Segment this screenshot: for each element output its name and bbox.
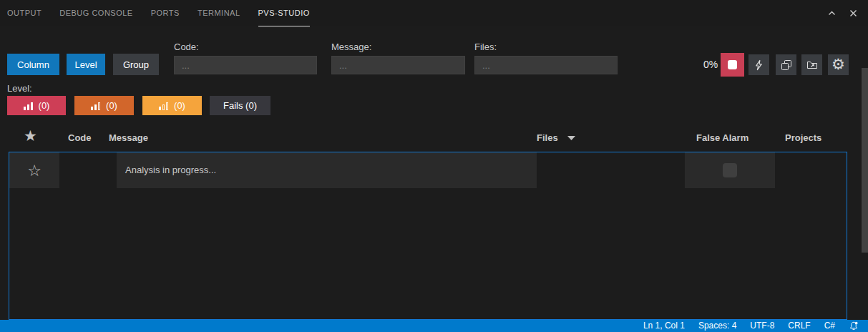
false-alarm-cell [685,152,775,188]
false-alarm-checkbox[interactable] [723,163,737,177]
bell-dot-icon [849,321,859,331]
code-filter: Code: [174,42,317,74]
files-column-header[interactable]: Files [537,132,575,143]
tab-terminal[interactable]: TERMINAL [198,0,240,26]
panel-window-controls [826,0,858,26]
results-table: ☆ Analysis in progress... [9,152,847,320]
settings-button[interactable]: ⚙ [828,54,849,75]
bar-chart-high-icon [24,102,34,110]
notifications-button[interactable] [849,321,859,331]
panel-scrollbar[interactable] [862,68,868,253]
status-bar: Ln 1, Col 1 Spaces: 4 UTF-8 CRLF C# [0,320,868,332]
bar-chart-low-icon [159,102,169,110]
indentation-setting[interactable]: Spaces: 4 [698,320,736,332]
tab-ports[interactable]: PORTS [151,0,180,26]
column-button[interactable]: Column [7,54,59,75]
level-button[interactable]: Level [67,54,105,75]
pvs-studio-panel: OUTPUT DEBUG CONSOLE PORTS TERMINAL PVS-… [0,0,868,332]
stop-icon [728,60,737,69]
tab-pvs-studio[interactable]: PVS-STUDIO [258,0,310,26]
files-filter-label: Files: [474,42,618,52]
close-icon[interactable] [848,9,858,19]
encoding-setting[interactable]: UTF-8 [750,320,774,332]
copy-icon [781,59,792,71]
chevron-down-icon [567,136,575,140]
cursor-position[interactable]: Ln 1, Col 1 [643,320,685,332]
code-filter-label: Code: [174,42,317,52]
chevron-up-icon[interactable] [826,9,837,19]
fails-count: Fails (0) [223,100,257,111]
message-filter-label: Message: [331,42,465,52]
tab-output[interactable]: OUTPUT [7,0,42,26]
open-folder-icon [806,59,818,71]
group-button[interactable]: Group [113,54,159,75]
gear-icon: ⚙ [832,57,845,72]
analysis-progress-percent: 0% [703,54,718,75]
lightning-icon [754,59,764,71]
level-low-button[interactable]: (0) [142,96,202,115]
level-high-button[interactable]: (0) [7,96,66,115]
level-medium-count: (0) [106,100,117,111]
bar-chart-medium-icon [91,102,101,110]
false-alarm-column-header: False Alarm [696,132,748,143]
eol-setting[interactable]: CRLF [788,320,810,332]
message-column-header: Message [109,132,148,143]
run-analysis-button[interactable] [748,54,769,75]
files-column-label: Files [537,132,558,143]
language-mode[interactable]: C# [824,320,835,332]
level-filter-label: Level: [7,83,32,94]
stop-analysis-button[interactable] [721,53,744,77]
files-filter-input[interactable] [474,56,618,74]
favorite-toggle-cell[interactable]: ☆ [9,152,59,188]
fails-filter-button[interactable]: Fails (0) [210,96,270,115]
favorite-column-star-icon: ★ [24,127,37,145]
level-medium-button[interactable]: (0) [74,96,134,115]
projects-column-header: Projects [785,132,821,143]
open-report-button[interactable] [801,54,822,75]
panel-tabbar: OUTPUT DEBUG CONSOLE PORTS TERMINAL PVS-… [0,0,868,26]
copy-results-button[interactable] [776,54,796,75]
star-outline-icon: ☆ [27,162,42,180]
code-column-header: Code [68,132,92,143]
level-high-count: (0) [39,100,50,111]
code-filter-input[interactable] [174,56,317,74]
level-low-count: (0) [174,100,185,111]
tab-debug-console[interactable]: DEBUG CONSOLE [59,0,132,26]
files-filter: Files: [474,42,618,74]
message-filter: Message: [331,42,465,74]
message-filter-input[interactable] [331,56,465,74]
row-message-cell: Analysis in progress... [117,152,537,188]
